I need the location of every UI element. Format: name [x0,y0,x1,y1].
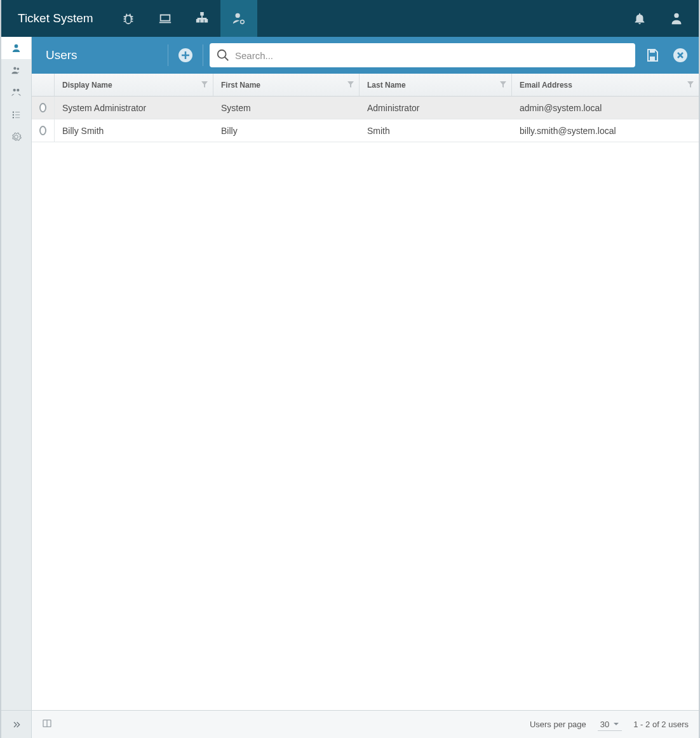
table-row[interactable]: Billy Smith Billy Smith billy.smith@syst… [32,119,699,142]
per-page-value: 30 [600,720,609,729]
per-page-label: Users per page [530,720,586,729]
cell-display-name: Billy Smith [55,119,213,142]
sidebar-item-groups[interactable] [1,59,31,81]
filter-button[interactable] [347,81,354,90]
main: Users Display Name [32,37,699,738]
sidebar-item-checklist[interactable] [1,104,31,126]
nav-user-admin[interactable] [220,0,257,37]
sidebar-item-settings[interactable] [1,126,31,148]
filter-button[interactable] [500,81,506,90]
sidebar [1,37,32,738]
body: Users Display Name [1,37,699,738]
search-icon [216,48,230,62]
close-circle-icon [673,48,688,63]
top-nav: Ticket System [1,0,699,37]
svg-point-9 [218,50,226,58]
user-icon [11,43,22,53]
svg-point-7 [17,89,19,91]
columns-toggle-button[interactable] [42,718,52,730]
cell-email: admin@system.local [512,97,699,119]
top-nav-right [621,0,699,37]
column-label: Display Name [62,81,112,90]
svg-point-3 [15,44,18,48]
account-button[interactable] [658,0,695,37]
nav-devices[interactable] [147,0,184,37]
column-select [32,74,55,96]
close-button[interactable] [670,44,691,66]
filter-icon [201,81,208,88]
notifications-button[interactable] [621,0,658,37]
svg-point-1 [240,20,244,24]
divider [203,44,203,66]
sitemap-icon [195,11,209,25]
top-nav-items [110,0,257,37]
cell-email: billy.smith@system.local [512,119,699,142]
nav-sitemap[interactable] [184,0,220,37]
column-display-name[interactable]: Display Name [55,74,213,96]
roles-icon [11,87,22,98]
checklist-icon [11,109,22,120]
per-page-select[interactable]: 30 [598,718,622,731]
gear-icon [11,131,22,142]
svg-point-2 [674,13,678,18]
bug-icon [121,11,135,25]
pagination-range: 1 - 2 of 2 users [633,720,689,729]
column-last-name[interactable]: Last Name [360,74,512,96]
sidebar-expand-button[interactable] [1,710,31,738]
cell-display-name: System Administrator [55,97,213,119]
cell-last-name: Smith [360,119,512,142]
divider [168,44,168,66]
plus-circle-icon [178,48,193,63]
cell-first-name: System [213,97,360,119]
filter-icon [347,81,354,88]
chevrons-right-icon [11,720,22,730]
user-menu-icon [670,11,683,25]
table-row[interactable]: System Administrator System Administrato… [32,97,699,119]
cell-last-name: Administrator [360,97,512,119]
save-icon [645,48,660,63]
brand-title: Ticket System [1,11,110,25]
table-body: System Administrator System Administrato… [32,97,699,710]
column-email[interactable]: Email Address [512,74,699,96]
filter-icon [500,81,506,88]
svg-point-0 [235,13,239,18]
bell-icon [633,11,647,25]
sidebar-item-users[interactable] [1,37,31,59]
laptop-icon [158,11,172,25]
search-input[interactable] [235,50,629,61]
search-box[interactable] [210,43,635,67]
page-title: Users [46,48,154,62]
column-label: Last Name [367,81,406,90]
toolbar: Users [32,37,699,74]
sidebar-item-roles[interactable] [1,81,31,104]
column-label: Email Address [520,81,572,90]
table-footer: Users per page 30 1 - 2 of 2 users [32,710,699,738]
table-header: Display Name First Name Last Name Email … [32,74,699,97]
column-first-name[interactable]: First Name [213,74,360,96]
svg-point-6 [13,89,16,91]
filter-button[interactable] [687,81,694,90]
users-icon [11,65,22,76]
column-label: First Name [221,81,260,90]
svg-point-5 [17,68,20,70]
svg-point-4 [13,67,16,70]
cell-first-name: Billy [213,119,360,142]
filter-icon [687,81,694,88]
nav-bugs[interactable] [110,0,147,37]
add-button[interactable] [175,44,196,66]
row-select-radio[interactable] [39,103,46,112]
filter-button[interactable] [201,81,208,90]
row-select-radio[interactable] [39,126,46,135]
chevron-down-icon [613,721,619,727]
save-button[interactable] [642,44,663,66]
user-settings-icon [232,11,246,25]
columns-icon [42,718,52,728]
